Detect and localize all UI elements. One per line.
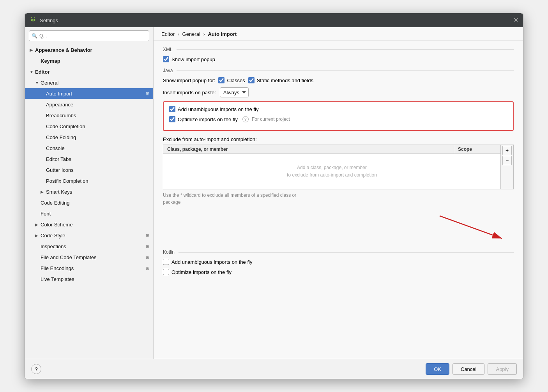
arrow-icon: ▼ bbox=[30, 70, 35, 74]
sidebar-item-editor-tabs[interactable]: Editor Tabs bbox=[25, 154, 153, 164]
exclude-table: Class, package, or member Scope Add a cl… bbox=[163, 145, 501, 189]
sidebar-item-inspections[interactable]: Inspections ⊞ bbox=[25, 241, 153, 252]
sidebar-item-general[interactable]: ▼ General bbox=[25, 77, 153, 88]
sidebar-item-smart-keys[interactable]: ▶ Smart Keys bbox=[25, 186, 153, 197]
sidebar-item-editor[interactable]: ▼ Editor bbox=[25, 66, 153, 77]
titlebar: Settings ✕ bbox=[25, 13, 523, 27]
static-methods-checkbox[interactable] bbox=[248, 77, 255, 83]
kotlin-add-unambiguous-checkbox[interactable] bbox=[163, 259, 169, 265]
sidebar-item-code-completion[interactable]: Code Completion bbox=[25, 121, 153, 132]
sidebar-item-breadcrumbs[interactable]: Breadcrumbs bbox=[25, 110, 153, 121]
content-area: XML Show import popup Java Show import p… bbox=[154, 41, 523, 359]
exclude-col-class: Class, package, or member bbox=[163, 145, 454, 154]
sidebar-item-label: Breadcrumbs bbox=[46, 113, 76, 118]
sidebar-item-font[interactable]: Font bbox=[25, 208, 153, 219]
red-arrow-annotation bbox=[163, 212, 514, 243]
apply-button[interactable]: Apply bbox=[488, 363, 517, 375]
sidebar-item-console[interactable]: Console bbox=[25, 143, 153, 154]
sidebar-item-label: General bbox=[41, 80, 58, 86]
exclude-col-scope: Scope bbox=[454, 145, 500, 154]
ok-button[interactable]: OK bbox=[426, 363, 449, 375]
search-icon: 🔍 bbox=[32, 33, 37, 39]
classes-checkbox[interactable] bbox=[218, 77, 225, 83]
sidebar-item-label: Color Scheme bbox=[41, 222, 72, 228]
sidebar-item-label: Code Completion bbox=[46, 124, 85, 129]
sidebar-item-label: Smart Keys bbox=[46, 189, 72, 195]
svg-line-4 bbox=[32, 18, 32, 18]
breadcrumb-editor: Editor bbox=[161, 31, 175, 37]
footer: ? OK Cancel Apply bbox=[25, 359, 523, 379]
add-unambiguous-row: Add unambiguous imports on the fly bbox=[169, 106, 507, 112]
sidebar-item-label: Editor Tabs bbox=[46, 156, 71, 162]
add-exclude-button[interactable]: + bbox=[502, 146, 512, 155]
sidebar-item-label: Inspections bbox=[41, 244, 66, 249]
copy-icon: ⊞ bbox=[146, 266, 149, 271]
sidebar-item-auto-import[interactable]: Auto Import ⊞ bbox=[25, 88, 153, 99]
kotlin-add-unambiguous-text: Add unambiguous imports on the fly bbox=[171, 259, 252, 265]
footer-left: ? bbox=[31, 364, 41, 374]
copy-icon: ⊞ bbox=[146, 244, 149, 249]
kotlin-optimize-imports-row: Optimize imports on the fly bbox=[163, 269, 514, 275]
sidebar-item-appearance[interactable]: Appearance bbox=[25, 99, 153, 110]
sidebar-item-label: Postfix Completion bbox=[46, 178, 88, 184]
sidebar-item-code-folding[interactable]: Code Folding bbox=[25, 132, 153, 143]
kotlin-add-unambiguous-label[interactable]: Add unambiguous imports on the fly bbox=[163, 259, 252, 265]
sidebar-item-label: File and Code Templates bbox=[41, 254, 97, 260]
xml-show-import-popup-checkbox[interactable] bbox=[163, 56, 169, 62]
remove-exclude-button[interactable]: − bbox=[502, 156, 512, 165]
sidebar-item-appearance-behavior[interactable]: ▶ Appearance & Behavior bbox=[25, 44, 153, 55]
svg-point-3 bbox=[34, 19, 34, 19]
sidebar-item-live-templates[interactable]: Live Templates bbox=[25, 274, 153, 284]
help-button[interactable]: ? bbox=[31, 364, 41, 374]
kotlin-section: Kotlin Add unambiguous imports on the fl… bbox=[163, 249, 514, 275]
sidebar-item-color-scheme[interactable]: ▶ Color Scheme bbox=[25, 219, 153, 230]
settings-tree: ▶ Appearance & Behavior Keymap ▼ Editor … bbox=[25, 44, 153, 359]
insert-imports-row: Insert imports on paste: Always Ask Neve… bbox=[163, 87, 514, 97]
xml-show-import-popup-label[interactable]: Show import popup bbox=[163, 56, 215, 62]
add-unambiguous-checkbox[interactable] bbox=[169, 106, 175, 112]
svg-line-7 bbox=[440, 216, 502, 238]
sidebar-item-label: Font bbox=[41, 211, 51, 217]
exclude-table-body: Add a class, package, or memberto exclud… bbox=[163, 154, 500, 189]
exclude-buttons: + − bbox=[501, 145, 514, 189]
help-tooltip-icon: ? bbox=[242, 116, 249, 122]
sidebar-item-keymap[interactable]: Keymap bbox=[25, 55, 153, 66]
sidebar-item-code-style[interactable]: ▶ Code Style ⊞ bbox=[25, 230, 153, 241]
exclude-label: Exclude from auto-import and completion: bbox=[163, 136, 514, 142]
settings-dialog: Settings ✕ 🔍 ▶ Appearance & Behavior Key… bbox=[25, 13, 523, 379]
optimize-imports-checkbox[interactable] bbox=[169, 116, 175, 122]
classes-label[interactable]: Classes bbox=[218, 77, 245, 83]
kotlin-optimize-imports-label[interactable]: Optimize imports on the fly bbox=[163, 269, 232, 275]
add-unambiguous-label[interactable]: Add unambiguous imports on the fly bbox=[169, 106, 258, 112]
optimize-imports-text: Optimize imports on the fly bbox=[178, 117, 238, 122]
xml-section-title: XML bbox=[163, 47, 514, 52]
insert-imports-select[interactable]: Always Ask Never bbox=[220, 87, 249, 97]
kotlin-optimize-imports-checkbox[interactable] bbox=[163, 269, 169, 275]
sidebar: 🔍 ▶ Appearance & Behavior Keymap ▼ Edito… bbox=[25, 27, 154, 359]
highlighted-options-box: Add unambiguous imports on the fly Optim… bbox=[163, 101, 514, 131]
breadcrumb: Editor › General › Auto Import bbox=[154, 27, 523, 41]
search-input[interactable] bbox=[29, 30, 149, 41]
for-current-project-label: For current project bbox=[252, 117, 290, 122]
optimize-imports-label[interactable]: Optimize imports on the fly bbox=[169, 116, 238, 122]
close-button[interactable]: ✕ bbox=[513, 17, 518, 23]
sidebar-item-label: Auto Import bbox=[46, 91, 72, 97]
sidebar-item-file-encodings[interactable]: File Encodings ⊞ bbox=[25, 263, 153, 274]
sidebar-item-postfix-completion[interactable]: Postfix Completion bbox=[25, 175, 153, 186]
sidebar-item-file-code-templates[interactable]: File and Code Templates ⊞ bbox=[25, 252, 153, 263]
sidebar-item-label: Keymap bbox=[41, 58, 60, 64]
svg-point-2 bbox=[32, 19, 32, 19]
arrow-icon: ▶ bbox=[35, 233, 41, 238]
sidebar-item-gutter-icons[interactable]: Gutter Icons bbox=[25, 164, 153, 175]
cancel-button[interactable]: Cancel bbox=[453, 363, 484, 375]
static-methods-label[interactable]: Static methods and fields bbox=[248, 77, 313, 83]
classes-text: Classes bbox=[227, 78, 245, 83]
copy-icon: ⊞ bbox=[146, 91, 149, 96]
exclude-table-wrapper: Class, package, or member Scope Add a cl… bbox=[163, 145, 514, 189]
sidebar-item-label: Editor bbox=[35, 69, 50, 75]
kotlin-add-unambiguous-row: Add unambiguous imports on the fly bbox=[163, 259, 514, 265]
sidebar-item-label: Live Templates bbox=[41, 276, 74, 282]
hint-text: Use the * wildcard to exclude all member… bbox=[163, 192, 514, 206]
sidebar-item-code-editing[interactable]: Code Editing bbox=[25, 197, 153, 208]
java-section-title: Java bbox=[163, 68, 514, 73]
